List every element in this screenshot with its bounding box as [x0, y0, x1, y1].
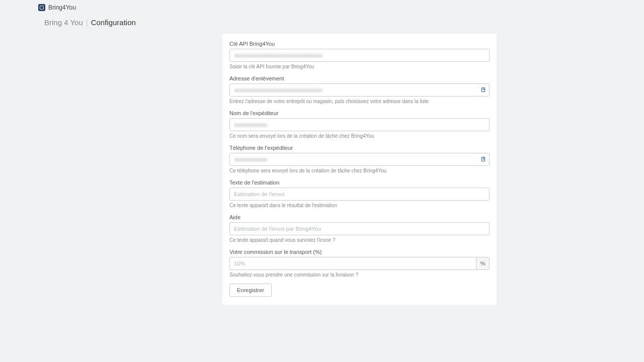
estimation-text-input[interactable]	[229, 188, 490, 201]
sender-phone-label: Téléphone de l'expéditeur	[229, 145, 490, 151]
estimation-text-label: Texte de l'estimation	[229, 179, 490, 186]
breadcrumb: Bring 4 You | Configuration	[36, 13, 610, 34]
pickup-address-input[interactable]	[229, 83, 490, 97]
autofill-icon[interactable]	[480, 156, 487, 162]
estimation-text-help: Ce texte apparaît dans le résultat de l'…	[229, 203, 490, 208]
breadcrumb-separator: |	[86, 18, 88, 27]
commission-help: Souhaitez-vous prendre une commission su…	[229, 272, 490, 278]
autofill-icon[interactable]	[480, 87, 487, 93]
save-button[interactable]: Enregistrer	[229, 284, 272, 297]
help-text-help: Ce texte apparaît quand vous survolez l'…	[229, 237, 490, 243]
breadcrumb-current: Configuration	[91, 18, 136, 27]
field-api-key: Clé API Bring4You Saisir la clé API four…	[229, 41, 490, 69]
field-commission: Votre commission sur le transport (%) % …	[229, 249, 490, 278]
pickup-address-label: Adresse d'enlèvement	[229, 75, 490, 81]
sender-name-input[interactable]	[229, 118, 490, 131]
field-sender-name: Nom de l'expéditeur Ce nom sera envoyé l…	[229, 110, 490, 139]
breadcrumb-item[interactable]: Bring 4 You	[44, 18, 83, 27]
app-header: Bring4You	[36, 0, 610, 13]
field-pickup-address: Adresse d'enlèvement Entrez l'adresse de…	[229, 75, 490, 104]
api-key-help: Saisir la clé API fournie par Bring4You	[229, 64, 490, 69]
field-help-text: Aide Ce texte apparaît quand vous survol…	[229, 214, 490, 243]
field-sender-phone: Téléphone de l'expéditeur Ce téléphone s…	[229, 145, 490, 173]
commission-input[interactable]	[229, 257, 476, 270]
pickup-address-help: Entrez l'adresse de votre entrepôt ou ma…	[229, 99, 490, 104]
config-form-card: Clé API Bring4You Saisir la clé API four…	[222, 34, 497, 305]
app-name: Bring4You	[48, 4, 76, 11]
field-estimation-text: Texte de l'estimation Ce texte apparaît …	[229, 179, 490, 208]
api-key-label: Clé API Bring4You	[229, 41, 490, 47]
api-key-input[interactable]	[229, 49, 490, 62]
app-logo-icon	[38, 4, 45, 11]
sender-phone-input[interactable]	[229, 153, 490, 166]
sender-name-label: Nom de l'expéditeur	[229, 110, 490, 116]
sender-phone-help: Ce téléphone sera envoyé lors de la créa…	[229, 168, 490, 173]
sender-name-help: Ce nom sera envoyé lors de la création d…	[229, 133, 490, 139]
commission-label: Votre commission sur le transport (%)	[229, 249, 490, 255]
help-text-label: Aide	[229, 214, 490, 220]
help-text-input[interactable]	[229, 222, 490, 235]
percent-suffix: %	[476, 257, 490, 270]
